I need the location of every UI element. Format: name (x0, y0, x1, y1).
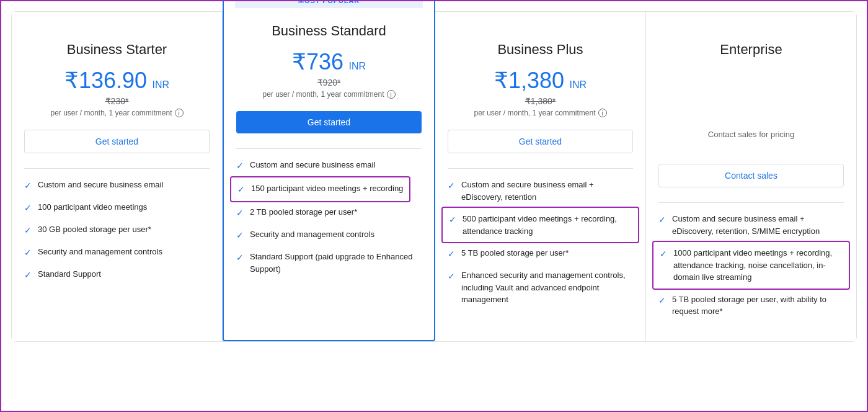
plan-name-starter: Business Starter (24, 42, 210, 58)
feature-text-plus-0: Custom and secure business email + eDisc… (461, 179, 633, 203)
highlight-box-plus-1: ✓ 500 participant video meetings + recor… (441, 207, 639, 243)
feature-text-starter-4: Standard Support (38, 268, 101, 280)
plan-period-plus: per user / month, 1 year commitment i (448, 109, 633, 117)
feature-list-enterprise: ✓ Custom and secure business email + eDi… (658, 213, 844, 318)
check-icon-plus-1: ✓ (449, 213, 456, 226)
plan-price-starter: ₹136.90 (64, 68, 147, 93)
most-popular-badge: MOST POPULAR (235, 0, 423, 8)
feature-item-highlighted-standard-1: ✓ 150 participant video meetings + recor… (236, 181, 422, 206)
original-price-starter: ₹230* (24, 96, 210, 106)
feature-text-enterprise-0: Custom and secure business email + eDisc… (672, 213, 844, 237)
feature-text-starter-3: Security and management controls (38, 246, 162, 258)
check-icon-plus-0: ✓ (448, 179, 455, 192)
info-icon-plus[interactable]: i (598, 109, 607, 117)
original-price-plus: ₹1,380* (448, 96, 633, 106)
check-icon-plus-2: ✓ (448, 248, 455, 261)
feature-item-enterprise-0: ✓ Custom and secure business email + eDi… (658, 213, 844, 237)
check-icon-starter-0: ✓ (24, 179, 32, 192)
feature-item-standard-4: ✓ Standard Support (paid upgrade to Enha… (236, 251, 422, 275)
feature-item-starter-2: ✓ 30 GB pooled storage per user* (24, 223, 210, 237)
plan-name-plus: Business Plus (448, 42, 633, 58)
plan-name-standard: Business Standard (236, 23, 422, 39)
feature-list-starter: ✓ Custom and secure business email ✓ 100… (24, 179, 210, 282)
feature-text-standard-0: Custom and secure business email (250, 159, 375, 171)
cta-button-starter[interactable]: Get started (24, 130, 210, 153)
feature-list-plus: ✓ Custom and secure business email + eDi… (448, 179, 633, 306)
feature-item-starter-4: ✓ Standard Support (24, 268, 210, 282)
divider-starter (24, 168, 210, 169)
feature-item-plus-3: ✓ Enhanced security and management contr… (448, 269, 633, 306)
check-icon-standard-0: ✓ (236, 159, 244, 172)
feature-text-enterprise-2: 5 TB pooled storage per user, with abili… (672, 293, 844, 318)
divider-plus (448, 168, 633, 169)
feature-text-standard-3: Security and management controls (250, 228, 374, 241)
feature-text-starter-1: 100 participant video meetings (38, 201, 147, 213)
check-icon-enterprise-0: ✓ (658, 213, 666, 226)
feature-item-standard-0: ✓ Custom and secure business email (236, 159, 422, 172)
check-icon-standard-4: ✓ (236, 251, 244, 264)
highlight-box-enterprise-1: ✓ 1000 participant video meetings + reco… (652, 241, 850, 290)
plan-currency-standard: INR (348, 61, 366, 71)
plan-currency-starter: INR (153, 79, 170, 90)
price-container-plus: ₹1,380 INR (448, 68, 633, 94)
plan-price-standard: ₹736 (292, 49, 343, 74)
cta-button-standard[interactable]: Get started (236, 111, 422, 133)
cta-button-plus[interactable]: Get started (448, 130, 633, 153)
feature-item-standard-2: ✓ 2 TB pooled storage per user* (236, 206, 422, 220)
check-icon-standard-1: ✓ (237, 183, 245, 196)
feature-text-standard-2: 2 TB pooled storage per user* (250, 206, 357, 218)
check-icon-starter-1: ✓ (24, 202, 32, 215)
check-icon-starter-2: ✓ (24, 224, 32, 237)
feature-text-plus-3: Enhanced security and management control… (461, 269, 633, 306)
check-icon-starter-4: ✓ (24, 269, 32, 282)
divider-enterprise (658, 202, 844, 203)
feature-item-plus-2: ✓ 5 TB pooled storage per user* (448, 247, 633, 261)
info-icon-starter[interactable]: i (175, 109, 184, 117)
plan-name-enterprise: Enterprise (658, 42, 844, 58)
check-icon-standard-3: ✓ (236, 229, 244, 242)
feature-text-plus-1: 500 participant video meetings + recordi… (463, 213, 632, 237)
feature-text-starter-0: Custom and secure business email (38, 179, 163, 191)
feature-text-standard-4: Standard Support (paid upgrade to Enhanc… (250, 251, 422, 275)
feature-item-standard-3: ✓ Security and management controls (236, 228, 422, 242)
divider-standard (236, 148, 422, 149)
plan-card-plus: Business Plus ₹1,380 INR ₹1,380* per use… (435, 12, 646, 341)
check-icon-starter-3: ✓ (24, 246, 32, 259)
check-icon-standard-2: ✓ (236, 207, 244, 220)
highlight-box-standard-1: ✓ 150 participant video meetings + recor… (230, 176, 410, 202)
plan-price-plus: ₹1,380 (494, 68, 564, 93)
plan-card-enterprise: EnterpriseContact sales for pricingConta… (646, 12, 856, 341)
plan-card-starter: Business Starter ₹136.90 INR ₹230* per u… (12, 12, 223, 341)
cta-button-enterprise[interactable]: Contact sales (658, 164, 844, 187)
check-icon-enterprise-1: ✓ (660, 248, 667, 261)
price-container-standard: ₹736 INR (236, 49, 422, 75)
price-container-starter: ₹136.90 INR (24, 68, 210, 94)
feature-item-starter-0: ✓ Custom and secure business email (24, 179, 210, 192)
feature-text-plus-2: 5 TB pooled storage per user* (461, 247, 569, 259)
feature-item-starter-1: ✓ 100 participant video meetings (24, 201, 210, 215)
feature-item-starter-3: ✓ Security and management controls (24, 246, 210, 259)
check-icon-enterprise-2: ✓ (658, 294, 666, 307)
original-price-standard: ₹920* (236, 78, 422, 87)
plan-period-starter: per user / month, 1 year commitment i (24, 109, 210, 117)
feature-item-highlighted-plus-1: ✓ 500 participant video meetings + recor… (448, 212, 633, 247)
feature-text-standard-1: 150 participant video meetings + recordi… (251, 182, 403, 195)
plan-currency-plus: INR (569, 79, 587, 90)
feature-text-enterprise-1: 1000 participant video meetings + record… (673, 247, 843, 284)
feature-item-plus-0: ✓ Custom and secure business email + eDi… (448, 179, 633, 203)
feature-text-starter-2: 30 GB pooled storage per user* (38, 223, 151, 236)
info-icon-standard[interactable]: i (387, 90, 396, 99)
pricing-table: Business Starter ₹136.90 INR ₹230* per u… (11, 11, 857, 342)
check-icon-plus-3: ✓ (448, 270, 455, 283)
contact-text-enterprise: Contact sales for pricing (658, 130, 844, 139)
feature-item-highlighted-enterprise-1: ✓ 1000 participant video meetings + reco… (658, 246, 844, 293)
feature-list-standard: ✓ Custom and secure business email ✓ 150… (236, 159, 422, 275)
plan-period-standard: per user / month, 1 year commitment i (236, 90, 422, 99)
feature-item-enterprise-2: ✓ 5 TB pooled storage per user, with abi… (658, 293, 844, 318)
plan-card-standard: MOST POPULARBusiness Standard ₹736 INR ₹… (223, 0, 435, 341)
